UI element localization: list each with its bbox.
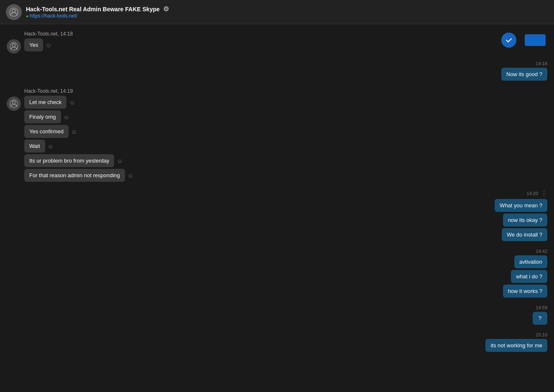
bubble-yes: Yes — [24, 38, 43, 51]
emoji-reaction[interactable]: ☺ — [69, 99, 75, 106]
svg-point-5 — [12, 101, 15, 104]
dots-menu-4[interactable]: ⋮ — [541, 189, 547, 197]
bubble-let-me-check: Let me check — [24, 96, 66, 109]
bubble-row-yes-confirmed: Yes confirmed ☺ — [24, 125, 133, 138]
bubble-how-it-works: how it works ? — [503, 285, 547, 298]
bubble-for-that-reason: For that reason admin not responding — [24, 169, 125, 182]
bubble-wait: Wait — [24, 140, 45, 153]
message-group-7: 15:10 its not working for me — [0, 332, 554, 352]
bubble-what-you-mean: What you mean ? — [495, 199, 547, 212]
chat-area: Hack-Tools.net, 14:18 Yes ☺ 14:18 Now it… — [0, 24, 554, 392]
message-group-4: 14:20 ⋮ What you mean ? now its okay ? W… — [0, 189, 554, 241]
bubble-row: Yes ☺ — [24, 38, 52, 51]
bubble-row-for-that-reason: For that reason admin not responding ☺ — [24, 169, 133, 182]
message-group-3: Hack-Tools.net, 14:19 Let me check ☺ Fin… — [0, 88, 554, 182]
bubble-avtivation: avtivation — [514, 255, 547, 268]
bubbles-6: ? — [533, 312, 547, 325]
checkmark-button[interactable] — [501, 33, 516, 48]
contact-name: Hack-Tools.net Real Admin Beware FAKE Sk… — [26, 5, 169, 13]
contact-name-text: Hack-Tools.net Real Admin Beware FAKE Sk… — [26, 6, 160, 13]
bubble-row-let-me-check: Let me check ☺ — [24, 96, 133, 109]
time-label-4: 14:20 — [526, 191, 538, 196]
bubble-what-i-do: what i do ? — [511, 270, 547, 283]
time-4: 14:20 ⋮ — [526, 189, 547, 197]
avatar-1 — [7, 39, 21, 53]
emoji-reaction[interactable]: ☺ — [48, 143, 54, 150]
bubble-row-its-ur-problem: Its ur problem bro from yesterday ☺ — [24, 154, 133, 167]
bubble-now-its-good: Now its good ? — [501, 68, 547, 81]
bubble-not-working: its not working for me — [485, 339, 547, 352]
bubble-row-wait: Wait ☺ — [24, 140, 133, 153]
bubble-its-ur-problem: Its ur problem bro from yesterday — [24, 154, 114, 167]
bubble-finaly-omg: Finaly omg — [24, 110, 61, 123]
chat-header: Hack-Tools.net Real Admin Beware FAKE Sk… — [0, 0, 554, 24]
emoji-reaction[interactable]: ☺ — [128, 172, 133, 179]
time-5: 14:42 — [536, 249, 547, 254]
bubble-question-mark: ? — [533, 312, 547, 325]
bubble-we-do-install: We do install ? — [502, 228, 547, 241]
bubble-yes-confirmed: Yes confirmed — [24, 125, 69, 138]
avatar-3 — [7, 97, 21, 111]
blue-bar — [525, 34, 546, 46]
bubble-now-its-okay: now its okay ? — [503, 214, 547, 227]
bubbles-7: its not working for me — [485, 339, 547, 352]
message-group-5: 14:42 avtivation what i do ? how it work… — [0, 249, 554, 298]
contact-link[interactable]: https://hack-tools.net/ — [26, 13, 169, 19]
contact-avatar — [6, 4, 22, 20]
gear-icon[interactable]: ⚙ — [163, 5, 169, 13]
bubbles-2: Now its good ? — [501, 68, 547, 81]
emoji-reaction[interactable]: ☺ — [46, 42, 51, 48]
contact-info: Hack-Tools.net Real Admin Beware FAKE Sk… — [26, 5, 169, 19]
svg-point-2 — [505, 36, 513, 44]
bubble-row-finaly: Finaly omg ☺ — [24, 110, 133, 123]
message-group-1: Hack-Tools.net, 14:18 Yes ☺ — [0, 31, 554, 53]
emoji-reaction[interactable]: ☺ — [117, 158, 123, 164]
bubbles-5: avtivation what i do ? how it works ? — [503, 255, 547, 298]
time-6: 14:59 — [536, 305, 547, 310]
time-7: 15:10 — [536, 332, 547, 337]
time-2: 14:18 — [536, 61, 547, 66]
bubbles-4: What you mean ? now its okay ? We do ins… — [495, 199, 547, 241]
sender-info-3: Hack-Tools.net, 14:19 — [24, 88, 73, 94]
message-group-2: 14:18 Now its good ? — [0, 61, 554, 81]
emoji-reaction[interactable]: ☺ — [71, 128, 77, 135]
svg-point-0 — [12, 9, 15, 13]
message-group-6: 14:59 ? — [0, 305, 554, 325]
emoji-reaction[interactable]: ☺ — [64, 114, 69, 120]
sender-info-1: Hack-Tools.net, 14:18 — [24, 31, 73, 37]
svg-point-3 — [12, 44, 15, 47]
